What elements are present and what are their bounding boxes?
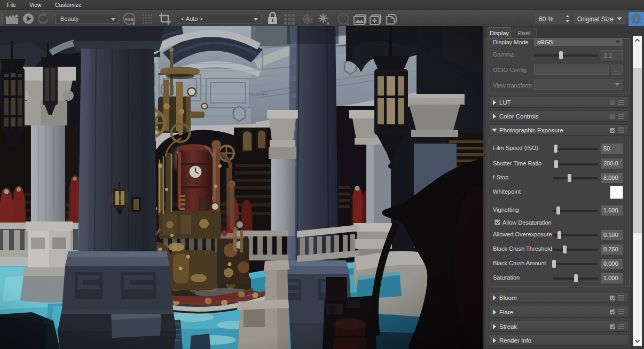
svg-text:Original Size: Original Size — [577, 15, 614, 23]
svg-text:A: A — [326, 21, 330, 26]
svg-text:RGB: RGB — [125, 17, 134, 22]
svg-text:60 %: 60 % — [539, 15, 554, 23]
